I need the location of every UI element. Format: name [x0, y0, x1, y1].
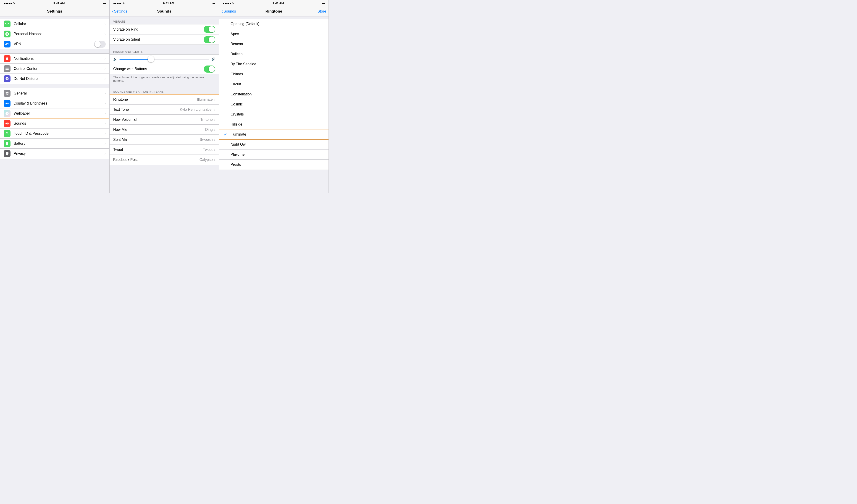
- check-night-owl: [224, 142, 228, 147]
- notifications-item[interactable]: Notifications ›: [0, 54, 110, 64]
- touch-id-icon: [4, 130, 11, 137]
- tweet-chevron: ›: [214, 148, 215, 152]
- ringtone-circuit[interactable]: Circuit: [219, 79, 329, 89]
- label-circuit: Circuit: [231, 82, 241, 86]
- label-playtime: Playtime: [231, 152, 245, 156]
- ringtone-crystals[interactable]: Crystals: [219, 110, 329, 119]
- new-voicemail-value: Tri-tone: [200, 118, 213, 122]
- label-illuminate: Illuminate: [231, 132, 246, 136]
- vibrate-ring-label: Vibrate on Ring: [113, 28, 204, 32]
- ringtone-apex[interactable]: Apex: [219, 29, 329, 39]
- check-beacon: [224, 41, 228, 46]
- sounds-nav-bar: ‹ Settings Sounds: [110, 6, 219, 16]
- vibrate-silent-label: Vibrate on Silent: [113, 37, 204, 41]
- check-presto: [224, 162, 228, 167]
- ringtone-back-arrow: ‹: [221, 9, 223, 14]
- ringtone-illuminate[interactable]: ✓ Illuminate: [219, 130, 329, 139]
- signal-dots-3: ●●●●●: [223, 2, 231, 5]
- ringtone-constellation[interactable]: Constellation: [219, 89, 329, 99]
- signal-area-2: ●●●●● ∿: [113, 2, 125, 5]
- ringtone-bulletin[interactable]: Bulletin: [219, 49, 329, 59]
- wallpaper-item[interactable]: Wallpaper ›: [0, 108, 110, 118]
- ringtone-beacon[interactable]: Beacon: [219, 39, 329, 49]
- control-center-label: Control Center: [14, 67, 104, 71]
- vibrate-ring-item[interactable]: Vibrate on Ring: [110, 24, 219, 34]
- cellular-icon: [4, 20, 11, 28]
- text-tone-label: Text Tone: [113, 107, 180, 112]
- facebook-post-label: Facebook Post: [113, 158, 200, 162]
- label-apex: Apex: [231, 32, 239, 36]
- vibrate-label: VIBRATE: [110, 19, 219, 24]
- control-center-item[interactable]: Control Center ›: [0, 64, 110, 74]
- tweet-item[interactable]: Tweet Tweet ›: [110, 145, 219, 155]
- sounds-item[interactable]: Sounds ›: [0, 118, 110, 129]
- battery-label: Battery: [14, 141, 104, 146]
- text-tone-item[interactable]: Text Tone Kylo Ren Lightsaber ›: [110, 104, 219, 115]
- battery-chevron: ›: [104, 141, 106, 146]
- do-not-disturb-item[interactable]: Do Not Disturb ›: [0, 74, 110, 84]
- sounds-back-button[interactable]: ‹ Settings: [112, 9, 127, 14]
- notifications-chevron: ›: [104, 56, 106, 61]
- dnd-chevron: ›: [104, 77, 106, 81]
- time-display-1: 9:41 AM: [53, 2, 65, 5]
- vpn-toggle[interactable]: [94, 40, 106, 48]
- settings-nav-bar: Settings: [0, 6, 110, 16]
- store-button[interactable]: Store: [318, 10, 326, 14]
- ringtone-cosmic[interactable]: Cosmic: [219, 99, 329, 110]
- general-item[interactable]: General ›: [0, 88, 110, 98]
- ringtone-item[interactable]: Ringtone Illuminate ›: [110, 95, 219, 104]
- ringer-section: RINGER AND ALERTS 🔈 🔊 Change with Button…: [110, 49, 219, 85]
- sounds-label: Sounds: [14, 121, 104, 125]
- time-display-2: 9:41 AM: [163, 2, 174, 5]
- vpn-item[interactable]: VPN VPN: [0, 39, 110, 49]
- sounds-back-label: Settings: [114, 10, 127, 14]
- check-hillside: [224, 122, 228, 127]
- cellular-label: Cellular: [14, 22, 104, 26]
- touch-id-item[interactable]: Touch ID & Passcode ›: [0, 129, 110, 138]
- change-buttons-toggle[interactable]: [204, 66, 215, 72]
- battery-area-3: ▬: [322, 2, 325, 5]
- ringtone-back-button[interactable]: ‹ Sounds: [221, 9, 236, 14]
- battery-icon-2: ▬: [213, 2, 215, 5]
- ringtone-night-owl[interactable]: Night Owl: [219, 139, 329, 150]
- ringtone-scroll[interactable]: Opening (Default) Apex Beacon Bulletin: [219, 16, 329, 194]
- tweet-value: Tweet: [203, 148, 213, 152]
- battery-item[interactable]: Battery ›: [0, 138, 110, 149]
- vpn-toggle-thumb: [95, 41, 101, 47]
- ringtone-chimes[interactable]: Chimes: [219, 69, 329, 79]
- ringtone-hillside[interactable]: Hillside: [219, 119, 329, 130]
- ringer-slider-track[interactable]: [119, 58, 209, 60]
- ringtone-opening-default[interactable]: Opening (Default): [219, 19, 329, 29]
- sent-mail-label: Sent Mail: [113, 138, 200, 142]
- vibrate-silent-item[interactable]: Vibrate on Silent: [110, 34, 219, 45]
- display-icon: AA: [4, 100, 11, 107]
- vibrate-silent-thumb: [209, 36, 215, 43]
- cellular-item[interactable]: Cellular ›: [0, 19, 110, 29]
- label-cosmic: Cosmic: [231, 102, 243, 106]
- ringtone-presto[interactable]: Presto: [219, 159, 329, 170]
- touch-id-label: Touch ID & Passcode: [14, 132, 104, 136]
- control-center-icon: [4, 65, 11, 72]
- hotspot-label: Personal Hotspot: [14, 32, 104, 36]
- display-brightness-item[interactable]: AA Display & Brightness ›: [0, 98, 110, 108]
- privacy-chevron: ›: [104, 152, 106, 156]
- vibrate-silent-toggle[interactable]: [204, 36, 215, 43]
- sounds-scroll[interactable]: VIBRATE Vibrate on Ring Vibrate on Silen…: [110, 16, 219, 194]
- privacy-item[interactable]: Privacy ›: [0, 149, 110, 158]
- new-voicemail-item[interactable]: New Voicemail Tri-tone ›: [110, 115, 219, 124]
- settings-scroll[interactable]: Cellular › Personal Hotspot › VPN VPN: [0, 16, 110, 194]
- sent-mail-item[interactable]: Sent Mail Swoosh ›: [110, 135, 219, 145]
- display-chevron: ›: [104, 101, 106, 105]
- ringer-slider-thumb[interactable]: [148, 56, 154, 62]
- facebook-post-item[interactable]: Facebook Post Calypso ›: [110, 155, 219, 165]
- change-buttons-item[interactable]: Change with Buttons: [110, 64, 219, 74]
- ringtone-playtime[interactable]: Playtime: [219, 150, 329, 159]
- vibrate-ring-toggle[interactable]: [204, 26, 215, 33]
- patterns-label: SOUNDS AND VIBRATION PATTERNS: [110, 89, 219, 94]
- notifications-icon: [4, 55, 11, 62]
- change-buttons-footer: The volume of the ringer and alerts can …: [110, 74, 219, 85]
- ringtone-by-the-seaside[interactable]: By The Seaside: [219, 59, 329, 69]
- new-mail-item[interactable]: New Mail Ding ›: [110, 124, 219, 135]
- personal-hotspot-item[interactable]: Personal Hotspot ›: [0, 29, 110, 39]
- check-playtime: [224, 152, 228, 157]
